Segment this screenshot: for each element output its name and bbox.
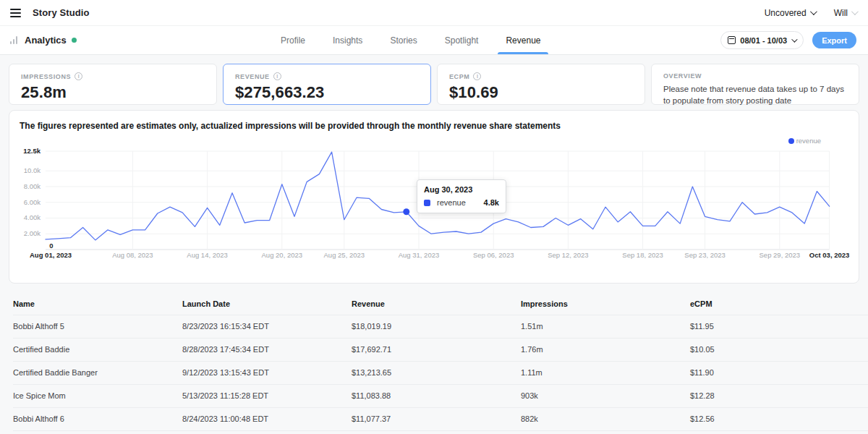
table-cell: $11,077.37 <box>352 407 521 430</box>
svg-text:Aug 14, 2023: Aug 14, 2023 <box>187 251 228 259</box>
table-cell: 8/28/2023 17:45:34 EDT <box>182 338 352 361</box>
workspace-name: Uncovered <box>765 8 807 18</box>
svg-text:Aug 01, 2023: Aug 01, 2023 <box>30 251 72 259</box>
table-cell: 1.51m <box>521 315 690 338</box>
chart-legend: revenue <box>788 137 821 145</box>
user-name: Will <box>834 8 848 18</box>
tab-insights[interactable]: Insights <box>331 26 364 54</box>
export-button[interactable]: Export <box>812 32 856 48</box>
table-cell: Certified Baddie Banger <box>13 361 182 384</box>
tab-stories[interactable]: Stories <box>388 26 418 54</box>
app-title: Story Studio <box>33 7 89 18</box>
impressions-label: IMPRESSIONS i <box>21 72 205 80</box>
table-cell: $11,083.88 <box>352 384 521 407</box>
table-cell: 8/24/2023 11:00:48 EDT <box>182 407 352 430</box>
legend-dot-icon <box>788 138 794 144</box>
overview-label: OVERVIEW <box>663 72 847 80</box>
revenue-label: REVENUE i <box>235 72 419 80</box>
svg-text:6.00k: 6.00k <box>24 198 41 206</box>
svg-text:10.0k: 10.0k <box>24 166 41 174</box>
legend-series-label: revenue <box>796 137 821 145</box>
info-icon[interactable]: i <box>75 72 82 80</box>
tooltip-value: 4.8k <box>484 198 499 207</box>
svg-text:Sep 23, 2023: Sep 23, 2023 <box>684 251 726 259</box>
workspace-dropdown[interactable]: Uncovered <box>765 8 815 18</box>
svg-text:4.00k: 4.00k <box>24 213 41 221</box>
table-cell: $11.90 <box>690 361 868 384</box>
overview-note: Please note that revenue data takes up t… <box>663 83 847 106</box>
stories-table: NameLaunch DateRevenueImpressionseCPM Bo… <box>0 293 868 431</box>
chart-tooltip: Aug 30, 2023 revenue 4.8k <box>417 179 506 213</box>
column-header: eCPM <box>690 293 868 315</box>
table-cell: 1.11m <box>521 361 690 384</box>
impressions-card[interactable]: IMPRESSIONS i 25.8m <box>9 64 217 105</box>
svg-text:0: 0 <box>49 242 53 250</box>
tooltip-series-swatch <box>424 200 430 206</box>
table-cell: $17,692.71 <box>352 338 521 361</box>
calendar-icon <box>728 36 736 44</box>
tab-revenue[interactable]: Revenue <box>504 26 542 54</box>
svg-text:Sep 12, 2023: Sep 12, 2023 <box>548 251 589 259</box>
svg-text:8.00k: 8.00k <box>24 182 41 190</box>
table-cell: 5/13/2023 11:15:28 EDT <box>182 384 352 407</box>
table-row[interactable]: Certified Baddie Banger9/12/2023 13:15:4… <box>13 361 868 384</box>
analytics-header: Analytics ProfileInsightsStoriesSpotligh… <box>0 26 868 55</box>
chart-disclaimer: The figures represented are estimates on… <box>20 121 561 131</box>
table-row[interactable]: Bobbi Althoff 58/23/2023 16:15:34 EDT$18… <box>13 315 868 338</box>
svg-text:Aug 31, 2023: Aug 31, 2023 <box>399 251 440 259</box>
column-header: Launch Date <box>182 293 352 315</box>
info-icon[interactable]: i <box>473 72 481 80</box>
table-cell: Bobbi Althoff 6 <box>13 407 182 430</box>
table-cell: $13,213.65 <box>352 361 521 384</box>
page-title: Analytics <box>25 35 67 46</box>
table-cell: 882k <box>521 407 690 430</box>
svg-text:Sep 29, 2023: Sep 29, 2023 <box>760 251 801 259</box>
svg-text:Oct 03, 2023: Oct 03, 2023 <box>809 251 849 259</box>
revenue-value: $275,663.23 <box>235 83 419 102</box>
user-menu[interactable]: Will <box>834 8 856 18</box>
table-cell: Certified Baddie <box>13 338 182 361</box>
svg-text:Aug 25, 2023: Aug 25, 2023 <box>324 251 365 259</box>
table-row[interactable]: Ice Spice Mom5/13/2023 11:15:28 EDT$11,0… <box>13 384 868 407</box>
stories-table-body: Bobbi Althoff 58/23/2023 16:15:34 EDT$18… <box>13 315 868 430</box>
date-range-value: 08/01 - 10/03 <box>740 36 787 45</box>
tab-profile[interactable]: Profile <box>279 26 307 54</box>
date-range-picker[interactable]: 08/01 - 10/03 <box>720 31 804 49</box>
revenue-card[interactable]: REVENUE i $275,663.23 <box>223 64 431 105</box>
stats-row: IMPRESSIONS i 25.8m REVENUE i $275,663.2… <box>0 55 868 105</box>
tooltip-date: Aug 30, 2023 <box>424 185 499 194</box>
svg-text:2.00k: 2.00k <box>24 229 41 237</box>
column-header: Impressions <box>521 293 690 315</box>
table-cell: $11.95 <box>690 315 868 338</box>
tab-bar: ProfileInsightsStoriesSpotlightRevenue <box>279 26 542 54</box>
info-icon[interactable]: i <box>273 72 281 80</box>
table-header-row: NameLaunch DateRevenueImpressionseCPM <box>13 293 868 315</box>
table-cell: $18,019.19 <box>352 315 521 338</box>
svg-text:Sep 18, 2023: Sep 18, 2023 <box>622 251 663 259</box>
chevron-down-icon <box>851 8 859 15</box>
tooltip-series-name: revenue <box>437 198 466 207</box>
table-cell: $10.05 <box>690 338 868 361</box>
table-cell: 903k <box>521 384 690 407</box>
chevron-down-icon <box>810 8 817 15</box>
tab-spotlight[interactable]: Spotlight <box>443 26 480 54</box>
table-cell: 1.76m <box>521 338 690 361</box>
overview-card: OVERVIEW Please note that revenue data t… <box>651 64 859 105</box>
svg-text:12.5k: 12.5k <box>23 147 41 155</box>
table-cell: Bobbi Althoff 5 <box>13 315 182 338</box>
chevron-down-icon <box>791 36 797 42</box>
ecpm-card[interactable]: ECPM i $10.69 <box>437 64 645 105</box>
table-cell: 9/12/2023 13:15:43 EDT <box>182 361 352 384</box>
column-header: Name <box>13 293 182 315</box>
table-cell: Ice Spice Mom <box>13 384 182 407</box>
live-status-dot <box>72 38 77 43</box>
ecpm-label: ECPM i <box>449 72 633 80</box>
bar-chart-icon <box>10 36 17 44</box>
hamburger-menu-icon[interactable] <box>10 9 21 17</box>
table-row[interactable]: Certified Baddie8/28/2023 17:45:34 EDT$1… <box>13 338 868 361</box>
table-cell: $12.28 <box>690 384 868 407</box>
revenue-chart-card: The figures represented are estimates on… <box>9 110 859 284</box>
svg-text:Sep 06, 2023: Sep 06, 2023 <box>473 251 514 259</box>
column-header: Revenue <box>352 293 521 315</box>
table-row[interactable]: Bobbi Althoff 68/24/2023 11:00:48 EDT$11… <box>13 407 868 430</box>
